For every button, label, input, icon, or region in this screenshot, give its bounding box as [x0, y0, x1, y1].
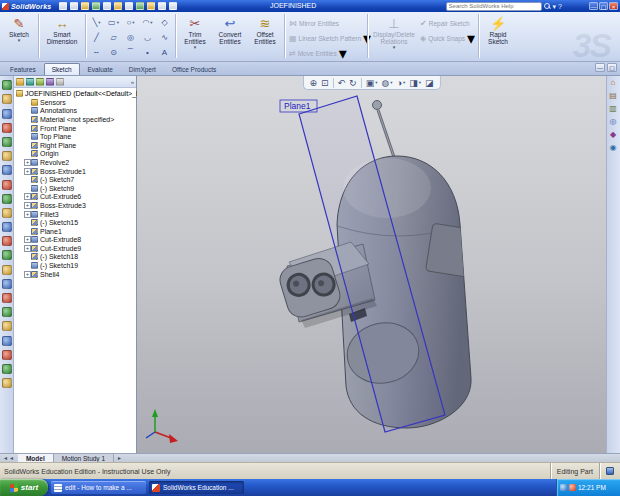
left-tool-icon[interactable]	[2, 137, 12, 147]
expand-icon[interactable]	[24, 202, 31, 209]
taskbar-item-browser[interactable]: edit - How to make a ...	[51, 481, 146, 494]
search-dropdown-icon[interactable]: ▾	[553, 2, 557, 11]
design-library-icon[interactable]: ▤	[607, 89, 619, 102]
select-icon[interactable]	[125, 2, 133, 10]
tab-office-products[interactable]: Office Products	[164, 63, 224, 75]
rectangle-tool[interactable]: ▭▾	[105, 15, 122, 30]
zoom-fit-icon[interactable]: ⊕	[309, 77, 317, 89]
quick-snaps-button[interactable]: ◈ Quick Snaps ▾	[418, 31, 476, 45]
section-view-icon[interactable]: ◪	[425, 77, 434, 89]
tab-scroll-left-icon[interactable]: ◄◄	[0, 455, 18, 461]
minimize-button[interactable]: —	[589, 2, 598, 10]
point-tool[interactable]: •	[139, 45, 156, 60]
options-icon[interactable]	[147, 2, 155, 10]
sketch-button[interactable]: ✎ Sketch ▾	[2, 14, 36, 60]
left-tool-icon[interactable]	[2, 180, 12, 190]
tree-item[interactable]: Cut-Extrude6	[14, 193, 136, 202]
move-entities-button[interactable]: ⇄ Move Entities ▾	[287, 46, 365, 60]
doc-minimize-button[interactable]: —	[595, 63, 605, 72]
expand-icon[interactable]	[24, 271, 31, 278]
left-tool-icon[interactable]	[2, 364, 12, 374]
spline-tool[interactable]: ∿	[156, 30, 173, 45]
tab-scroll-right-icon[interactable]: ►	[114, 455, 126, 461]
tree-root-item[interactable]: JOEFINISHED (Default<<Default>_D	[14, 89, 136, 98]
left-tool-icon[interactable]	[2, 293, 12, 303]
linear-sketch-pattern-button[interactable]: ▦ Linear Sketch Pattern ▾	[287, 31, 365, 45]
construction-line-tool[interactable]: ╌	[88, 45, 105, 60]
start-button[interactable]: start	[0, 479, 48, 496]
display-manager-tab-icon[interactable]	[56, 78, 64, 86]
edit-appearance-icon[interactable]: ◨▾	[409, 77, 421, 89]
left-tool-icon[interactable]	[2, 151, 12, 161]
display-style-icon[interactable]: ◍▾	[381, 77, 392, 89]
rapid-sketch-button[interactable]: ⚡ Rapid Sketch	[481, 14, 515, 60]
tree-item[interactable]: Right Plane	[14, 141, 136, 150]
left-tool-icon[interactable]	[2, 307, 12, 317]
tab-evaluate[interactable]: Evaluate	[80, 63, 121, 75]
expand-icon[interactable]	[24, 159, 31, 166]
left-tool-icon[interactable]	[2, 109, 12, 119]
tray-icon-network[interactable]	[560, 484, 567, 491]
graphics-viewport[interactable]: Plane1 ⊕ ⊡ ↶ ↻ ▣▾ ◍▾ ◑▾ ◨▾ ◪	[137, 76, 606, 453]
left-tool-icon[interactable]	[2, 321, 12, 331]
tree-item[interactable]: Revolve2	[14, 158, 136, 167]
tree-item[interactable]: (-) Sketch7	[14, 175, 136, 184]
left-tool-icon[interactable]	[2, 350, 12, 360]
perimeter-circle-tool[interactable]: ◎	[122, 30, 139, 45]
property-manager-tab-icon[interactable]	[26, 78, 34, 86]
left-tool-icon[interactable]	[2, 165, 12, 175]
left-tool-icon[interactable]	[2, 378, 12, 388]
line-tool[interactable]: ╲▾	[88, 15, 105, 30]
antenna[interactable]	[373, 101, 396, 161]
expand-icon[interactable]	[24, 168, 31, 175]
rebuild-icon[interactable]	[136, 2, 144, 10]
model-canvas[interactable]: Plane1	[137, 76, 606, 453]
left-tool-icon[interactable]	[2, 250, 12, 260]
left-tool-icon[interactable]	[2, 123, 12, 133]
search-input[interactable]	[446, 2, 542, 11]
tab-features[interactable]: Features	[2, 63, 44, 75]
save-icon[interactable]	[81, 2, 89, 10]
tree-item[interactable]: Cut-Extrude8	[14, 236, 136, 245]
tree-item[interactable]: Plane1	[14, 227, 136, 236]
tree-item[interactable]: Shell4	[14, 270, 136, 279]
tab-dimxpert[interactable]: DimXpert	[121, 63, 164, 75]
left-tool-icon[interactable]	[2, 194, 12, 204]
tree-item[interactable]: Top Plane	[14, 132, 136, 141]
convert-entities-button[interactable]: ↩ Convert Entities	[212, 14, 248, 60]
expand-icon[interactable]	[24, 193, 31, 200]
mirror-entities-button[interactable]: ⋈ Mirror Entities	[287, 16, 365, 30]
tree-item[interactable]: Cut-Extrude9	[14, 244, 136, 253]
expand-icon[interactable]	[24, 236, 31, 243]
tree-item[interactable]: (-) Sketch9	[14, 184, 136, 193]
door-panel[interactable]	[425, 223, 474, 277]
doc-restore-button[interactable]: ▢	[607, 63, 617, 72]
polygon-tool[interactable]: ◇	[156, 15, 173, 30]
centerline-tool[interactable]: ╱	[88, 30, 105, 45]
trim-entities-button[interactable]: ✂ Trim Entities ▾	[178, 14, 212, 60]
left-tool-icon[interactable]	[2, 222, 12, 232]
close-button[interactable]: ×	[609, 2, 618, 10]
configuration-manager-tab-icon[interactable]	[36, 78, 44, 86]
left-tool-icon[interactable]	[2, 265, 12, 275]
arc-tool[interactable]: ◠▾	[139, 15, 156, 30]
file-explorer-icon[interactable]: ▥	[607, 102, 619, 115]
search-icon[interactable]	[544, 3, 551, 10]
text-tool[interactable]: A	[156, 45, 173, 60]
redo-icon[interactable]	[114, 2, 122, 10]
circle-tool[interactable]: ○▾	[122, 15, 139, 30]
feature-manager-tab-icon[interactable]	[16, 78, 24, 86]
ellipse-tool[interactable]: ⊙	[105, 45, 122, 60]
tree-item[interactable]: (-) Sketch18	[14, 253, 136, 262]
open-icon[interactable]	[70, 2, 78, 10]
tree-item[interactable]: Origin	[14, 150, 136, 159]
tree-item[interactable]: (-) Sketch15	[14, 218, 136, 227]
tree-item[interactable]: Annotations	[14, 107, 136, 116]
restore-button[interactable]: ▢	[599, 2, 608, 10]
left-tool-icon[interactable]	[2, 336, 12, 346]
left-tool-icon[interactable]	[2, 279, 12, 289]
tree-item[interactable]: Sensors	[14, 98, 136, 107]
plane1-label[interactable]: Plane1	[284, 101, 311, 111]
help-icon[interactable]: ?	[558, 2, 562, 11]
left-tool-icon[interactable]	[2, 236, 12, 246]
